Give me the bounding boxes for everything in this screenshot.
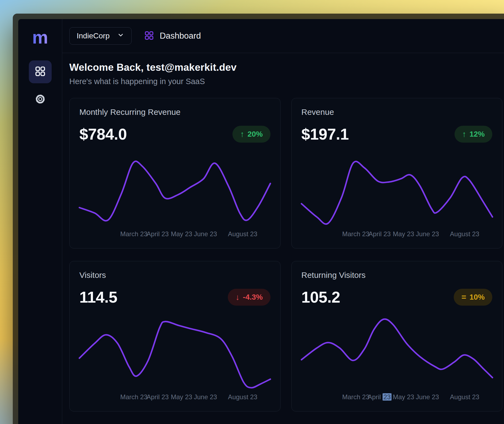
x-axis-tick: August 23 bbox=[450, 393, 479, 401]
dashboard-content: Welcome Back, test@makerkit.dev Here's w… bbox=[62, 53, 504, 424]
card-monthly-recurring-revenue: Monthly Recurring Revenue $784.0 ↑ 20% M… bbox=[69, 98, 281, 248]
value-row: $197.1 ↑ 12% bbox=[301, 125, 493, 143]
trend-badge: = 10% bbox=[454, 289, 492, 306]
grid-icon bbox=[144, 30, 154, 42]
x-axis-tick: June 23 bbox=[416, 230, 439, 238]
top-bar: IndieCorp bbox=[62, 19, 504, 53]
trend-badge: ↓ -4.3% bbox=[228, 289, 270, 306]
x-axis-tick: May 23 bbox=[171, 230, 192, 238]
card-returning-visitors: Returning Visitors 105.2 = 10% March 23A… bbox=[291, 261, 503, 411]
line-chart bbox=[79, 151, 270, 229]
x-axis-tick: March 23 bbox=[120, 230, 147, 238]
x-axis-tick: March 23 bbox=[120, 393, 147, 401]
gear-icon bbox=[34, 93, 46, 106]
grid-icon bbox=[35, 66, 46, 78]
chevron-down-icon bbox=[117, 32, 124, 41]
card-title: Monthly Recurring Revenue bbox=[79, 107, 270, 117]
value-row: 105.2 = 10% bbox=[301, 288, 493, 306]
desktop-wallpaper: m bbox=[0, 0, 504, 424]
x-axis-tick: April 23 bbox=[147, 393, 169, 401]
line-chart bbox=[79, 314, 270, 392]
x-axis-tick: June 23 bbox=[194, 230, 217, 238]
x-axis-tick: April 23 bbox=[368, 393, 391, 401]
x-axis-tick: March 23 bbox=[342, 393, 369, 401]
sidebar: m bbox=[18, 19, 62, 424]
x-axis-labels: March 23April 23May 23June 23August 23 bbox=[301, 393, 493, 402]
card-title: Visitors bbox=[79, 271, 270, 280]
org-selector-button[interactable]: IndieCorp bbox=[69, 27, 132, 45]
x-axis-tick: May 23 bbox=[171, 393, 192, 401]
x-axis-tick: March 23 bbox=[342, 230, 369, 238]
x-axis-labels: March 23April 23May 23June 23August 23 bbox=[79, 230, 270, 239]
welcome-subtitle: Here's what is happening in your SaaS bbox=[69, 77, 502, 86]
page-title: Dashboard bbox=[160, 31, 201, 41]
app-window: m bbox=[13, 14, 504, 424]
card-title: Returning Visitors bbox=[301, 271, 493, 280]
line-chart bbox=[301, 314, 493, 392]
x-axis-tick: April 23 bbox=[147, 230, 169, 238]
card-value: $784.0 bbox=[79, 125, 127, 143]
card-revenue: Revenue $197.1 ↑ 12% March 23April 23May… bbox=[291, 98, 503, 248]
card-visitors: Visitors 114.5 ↓ -4.3% March 23April 23M… bbox=[69, 261, 281, 411]
trend-value: -4.3% bbox=[243, 293, 263, 302]
trend-down-icon: ↓ bbox=[235, 293, 239, 301]
page-heading: Dashboard bbox=[144, 30, 201, 42]
sidebar-item-settings[interactable] bbox=[34, 93, 46, 106]
card-title: Revenue bbox=[301, 107, 493, 117]
x-axis-tick: June 23 bbox=[194, 393, 217, 401]
trend-value: 12% bbox=[469, 130, 485, 139]
x-axis-labels: March 23April 23May 23June 23August 23 bbox=[301, 230, 493, 239]
x-axis-tick: April 23 bbox=[369, 230, 391, 238]
sidebar-item-dashboard[interactable] bbox=[29, 60, 52, 83]
stats-grid: Monthly Recurring Revenue $784.0 ↑ 20% M… bbox=[69, 98, 502, 411]
x-axis-tick: June 23 bbox=[416, 393, 439, 401]
x-axis-tick: August 23 bbox=[450, 230, 479, 238]
value-row: $784.0 ↑ 20% bbox=[79, 125, 270, 143]
card-value: 114.5 bbox=[79, 288, 117, 306]
trend-flat-icon: = bbox=[461, 293, 466, 301]
trend-badge: ↑ 20% bbox=[232, 126, 270, 143]
selected-text: 23 bbox=[383, 393, 392, 401]
value-row: 114.5 ↓ -4.3% bbox=[79, 288, 270, 306]
card-value: $197.1 bbox=[301, 125, 349, 143]
card-value: 105.2 bbox=[301, 288, 340, 306]
x-axis-tick: August 23 bbox=[228, 230, 257, 238]
makerkit-logo: m bbox=[32, 28, 48, 46]
app-frame: m bbox=[18, 19, 504, 424]
trend-up-icon: ↑ bbox=[240, 130, 244, 138]
x-axis-tick: May 23 bbox=[393, 230, 414, 238]
x-axis-tick: August 23 bbox=[228, 393, 257, 401]
trend-value: 10% bbox=[469, 293, 485, 302]
x-axis-labels: March 23April 23May 23June 23August 23 bbox=[79, 393, 270, 402]
x-axis-tick: May 23 bbox=[393, 393, 414, 401]
welcome-title: Welcome Back, test@makerkit.dev bbox=[69, 62, 502, 73]
trend-up-icon: ↑ bbox=[462, 130, 466, 138]
line-chart bbox=[301, 151, 493, 229]
org-selector-label: IndieCorp bbox=[77, 32, 110, 40]
trend-value: 20% bbox=[247, 130, 263, 139]
sidebar-nav bbox=[29, 60, 52, 106]
main-area: IndieCorp bbox=[62, 19, 504, 424]
trend-badge: ↑ 12% bbox=[455, 126, 492, 143]
